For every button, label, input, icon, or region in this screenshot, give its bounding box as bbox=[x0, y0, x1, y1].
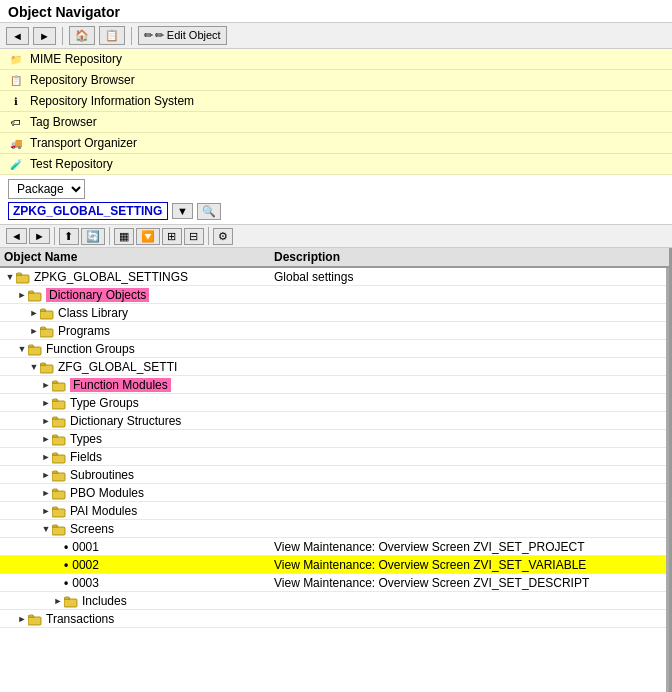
tree-row-screen-0001[interactable]: •0001View Maintenance: Overview Screen Z… bbox=[0, 538, 666, 556]
folder-icon-function-modules bbox=[52, 379, 68, 391]
node-desc-dict-objects bbox=[270, 294, 666, 296]
nav-back-btn[interactable]: ◄ bbox=[6, 228, 27, 244]
node-label-function-modules: Function Modules bbox=[70, 378, 171, 392]
folder-icon-programs bbox=[40, 325, 56, 337]
tree-row-root[interactable]: ▼ ZPKG_GLOBAL_SETTINGSGlobal settings bbox=[0, 268, 666, 286]
nav-item-transport[interactable]: 🚚 Transport Organizer bbox=[0, 133, 672, 154]
tree-row-programs[interactable]: ► Programs bbox=[0, 322, 666, 340]
tree-row-types[interactable]: ► Types bbox=[0, 430, 666, 448]
nav-table-btn[interactable]: ▦ bbox=[114, 228, 134, 245]
expand-icon-zfg-global[interactable]: ▼ bbox=[28, 361, 40, 373]
expand-icon-pbo-modules[interactable]: ► bbox=[40, 487, 52, 499]
node-label-function-groups: Function Groups bbox=[46, 342, 135, 356]
tree-row-class-library[interactable]: ► Class Library bbox=[0, 304, 666, 322]
svg-rect-1 bbox=[28, 293, 41, 301]
tree-row-dict-structures[interactable]: ► Dictionary Structures bbox=[0, 412, 666, 430]
expand-icon-class-library[interactable]: ► bbox=[28, 307, 40, 319]
nav-refresh-btn[interactable]: 🔄 bbox=[81, 228, 105, 245]
node-desc-screens bbox=[270, 528, 666, 530]
nav-item-mime-repo[interactable]: 📁 MIME Repository bbox=[0, 49, 672, 70]
svg-rect-8 bbox=[52, 419, 65, 427]
tree-row-screen-0003[interactable]: •0003View Maintenance: Overview Screen Z… bbox=[0, 574, 666, 592]
node-desc-type-groups bbox=[270, 402, 666, 404]
expand-icon-pai-modules[interactable]: ► bbox=[40, 505, 52, 517]
repo-button[interactable]: 📋 bbox=[99, 26, 125, 45]
svg-rect-13 bbox=[52, 509, 65, 517]
expand-icon-dict-objects[interactable]: ► bbox=[16, 289, 28, 301]
package-row-2: ▼ 🔍 bbox=[8, 202, 664, 220]
nav-item-test-repo[interactable]: 🧪 Test Repository bbox=[0, 154, 672, 175]
home-button[interactable]: 🏠 bbox=[69, 26, 95, 45]
svg-rect-14 bbox=[52, 527, 65, 535]
node-desc-dict-structures bbox=[270, 420, 666, 422]
tree-row-transactions[interactable]: ► Transactions bbox=[0, 610, 666, 628]
back-button[interactable]: ◄ bbox=[6, 27, 29, 45]
node-label-subroutines: Subroutines bbox=[70, 468, 134, 482]
tree-row-screens[interactable]: ▼ Screens bbox=[0, 520, 666, 538]
tree-row-pai-modules[interactable]: ► PAI Modules bbox=[0, 502, 666, 520]
folder-icon-pbo-modules bbox=[52, 487, 68, 499]
nav-item-tag-browser[interactable]: 🏷 Tag Browser bbox=[0, 112, 672, 133]
expand-icon-screens[interactable]: ▼ bbox=[40, 523, 52, 535]
folder-icon-zfg-global bbox=[40, 361, 56, 373]
node-label-dict-objects: Dictionary Objects bbox=[46, 288, 149, 302]
nav-up-btn[interactable]: ⬆ bbox=[59, 228, 79, 245]
node-label-includes: Includes bbox=[82, 594, 127, 608]
tree-row-includes[interactable]: ► Includes bbox=[0, 592, 666, 610]
nav-toolbar: ◄ ► ⬆ 🔄 ▦ 🔽 ⊞ ⊟ ⚙ bbox=[0, 225, 672, 248]
folder-icon-dict-structures bbox=[52, 415, 68, 427]
expand-icon-includes[interactable]: ► bbox=[52, 595, 64, 607]
expand-icon-function-groups[interactable]: ▼ bbox=[16, 343, 28, 355]
nav-item-repo-info-label: Repository Information System bbox=[30, 94, 194, 108]
tree-row-dict-objects[interactable]: ► Dictionary Objects bbox=[0, 286, 666, 304]
package-dropdown-btn[interactable]: ▼ bbox=[172, 203, 193, 219]
expand-icon-fields[interactable]: ► bbox=[40, 451, 52, 463]
transport-icon: 🚚 bbox=[8, 136, 24, 150]
expand-icon-type-groups[interactable]: ► bbox=[40, 397, 52, 409]
tree-row-function-groups[interactable]: ▼ Function Groups bbox=[0, 340, 666, 358]
expand-icon-transactions[interactable]: ► bbox=[16, 613, 28, 625]
tree-row-fields[interactable]: ► Fields bbox=[0, 448, 666, 466]
node-desc-screen-0001: View Maintenance: Overview Screen ZVI_SE… bbox=[270, 539, 666, 555]
package-area: Package ▼ 🔍 bbox=[0, 175, 672, 225]
tree-row-zfg-global[interactable]: ▼ ZFG_GLOBAL_SETTI bbox=[0, 358, 666, 376]
forward-button[interactable]: ► bbox=[33, 27, 56, 45]
package-type-select[interactable]: Package bbox=[8, 179, 85, 199]
tree-row-pbo-modules[interactable]: ► PBO Modules bbox=[0, 484, 666, 502]
tree-row-subroutines[interactable]: ► Subroutines bbox=[0, 466, 666, 484]
nav-item-mime-label: MIME Repository bbox=[30, 52, 122, 66]
tree-body[interactable]: ▼ ZPKG_GLOBAL_SETTINGSGlobal settings► D… bbox=[0, 268, 669, 692]
node-desc-pai-modules bbox=[270, 510, 666, 512]
svg-rect-4 bbox=[28, 347, 41, 355]
nav-items-container: 📁 MIME Repository 📋 Repository Browser ℹ… bbox=[0, 49, 672, 175]
expand-icon-root[interactable]: ▼ bbox=[4, 271, 16, 283]
nav-item-repo-browser[interactable]: 📋 Repository Browser bbox=[0, 70, 672, 91]
nav-settings-btn[interactable]: ⚙ bbox=[213, 228, 233, 245]
node-label-class-library: Class Library bbox=[58, 306, 128, 320]
title-bar: Object Navigator bbox=[0, 0, 672, 23]
repo-info-icon: ℹ bbox=[8, 94, 24, 108]
nav-item-repo-info[interactable]: ℹ Repository Information System bbox=[0, 91, 672, 112]
expand-icon-function-modules[interactable]: ► bbox=[40, 379, 52, 391]
folder-icon-fields bbox=[52, 451, 68, 463]
node-label-screen-0001: 0001 bbox=[72, 540, 99, 554]
nav-forward-btn[interactable]: ► bbox=[29, 228, 50, 244]
tree-row-type-groups[interactable]: ► Type Groups bbox=[0, 394, 666, 412]
expand-icon-dict-structures[interactable]: ► bbox=[40, 415, 52, 427]
package-input-field[interactable] bbox=[8, 202, 168, 220]
package-search-btn[interactable]: 🔍 bbox=[197, 203, 221, 220]
nav-expand-btn[interactable]: ⊞ bbox=[162, 228, 182, 245]
expand-icon-subroutines[interactable]: ► bbox=[40, 469, 52, 481]
node-label-dict-structures: Dictionary Structures bbox=[70, 414, 181, 428]
expand-icon-programs[interactable]: ► bbox=[28, 325, 40, 337]
nav-filter-btn[interactable]: 🔽 bbox=[136, 228, 160, 245]
nav-collapse-btn[interactable]: ⊟ bbox=[184, 228, 204, 245]
node-label-type-groups: Type Groups bbox=[70, 396, 139, 410]
expand-icon-types[interactable]: ► bbox=[40, 433, 52, 445]
tree-row-screen-0002[interactable]: •0002View Maintenance: Overview Screen Z… bbox=[0, 556, 666, 574]
nav-item-tag-browser-label: Tag Browser bbox=[30, 115, 97, 129]
folder-icon-subroutines bbox=[52, 469, 68, 481]
bullet-screen-0001: • bbox=[64, 540, 68, 554]
edit-object-button[interactable]: ✏ ✏ Edit Object bbox=[138, 26, 227, 45]
tree-row-function-modules[interactable]: ► Function Modules bbox=[0, 376, 666, 394]
